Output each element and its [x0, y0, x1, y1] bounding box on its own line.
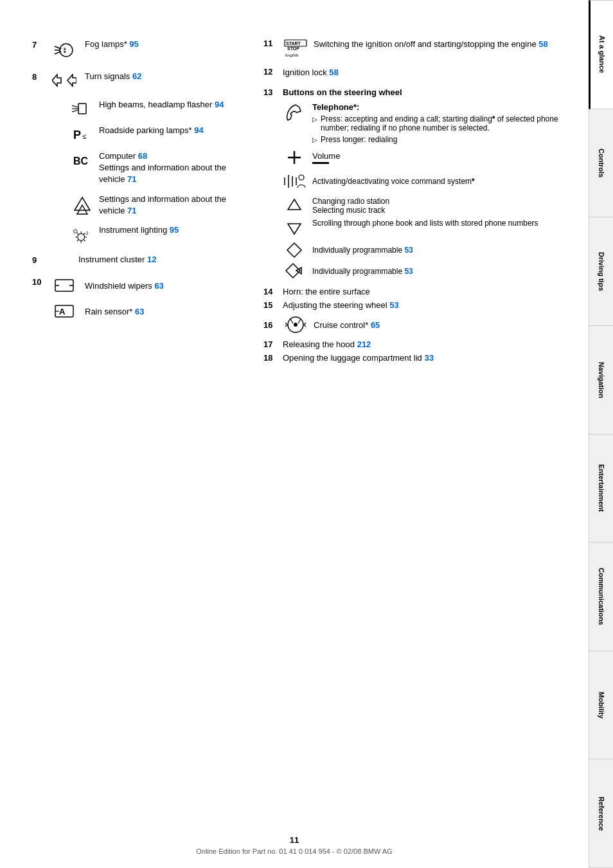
sidebar-tab-controls[interactable]: Controls: [589, 109, 613, 218]
diamond-arrow-icon: [283, 262, 306, 280]
item-14-num: 14: [263, 287, 278, 296]
left-column: 7 ‡ Fog lamps* 95 8: [32, 39, 251, 366]
item-13: 13 Buttons on the steering wheel Telepho…: [263, 87, 569, 280]
sidebar-tab-mobility[interactable]: Mobility: [589, 651, 613, 760]
item-13-label: Buttons on the steering wheel: [283, 87, 402, 97]
rain-sensor-text: Rain sensor* 63: [85, 307, 145, 316]
parking-lamp-icon: P ≤: [72, 125, 93, 143]
rain-sensor-icon: A: [50, 302, 78, 321]
phone-bullet-1: ▷ Press: accepting and ending a call; st…: [312, 114, 569, 132]
svg-marker-6: [67, 75, 76, 86]
svg-line-51: [298, 319, 301, 323]
item-9: 9 Instrument cluster 12: [32, 254, 251, 266]
item-13-num: 13: [263, 87, 278, 97]
item-8: 8 Turn signals 62: [32, 71, 251, 89]
item-rain-sensor: A Rain sensor* 63: [50, 302, 251, 321]
svg-text:A: A: [59, 307, 66, 316]
item-18-num: 18: [263, 353, 278, 363]
instrument-lighting-text: Instrument lighting 95: [99, 224, 251, 236]
sidebar-tab-navigation[interactable]: Navigation: [589, 326, 613, 435]
svg-point-16: [78, 233, 85, 240]
high-beam-icon: [72, 99, 93, 117]
sidebar-tab-driving-tips[interactable]: Driving tips: [589, 217, 613, 326]
item-14-text: Horn: the entire surface: [283, 287, 370, 296]
computer-text: Computer 68 Settings and information abo…: [99, 150, 251, 186]
svg-line-50: [290, 319, 293, 323]
svg-marker-14: [75, 197, 90, 210]
sidebar-tab-reference[interactable]: Reference: [589, 759, 613, 868]
item-16-text: Cruise control* 65: [314, 320, 380, 330]
start-stop-icon: START STOP EngINE: [283, 39, 308, 60]
telephone-title: Telephone*:: [312, 102, 569, 112]
sidebar-tab-communications[interactable]: Communications: [589, 543, 613, 651]
sidebar-tab-at-a-glance[interactable]: At a glance: [589, 0, 613, 109]
svg-text:STOP: STOP: [287, 46, 299, 51]
high-beams-text: High beams, headlamp flasher 94: [99, 99, 251, 111]
item-10: 10 Windshield wipers 63: [32, 276, 251, 321]
item-8-text: Turn signals 62: [85, 71, 251, 82]
item-14: 14 Horn: the entire surface: [263, 287, 569, 296]
svg-point-25: [74, 230, 77, 233]
triangle-icon: [72, 194, 93, 215]
bc-icon: BC: [72, 150, 93, 168]
phone-bullet-1-text: Press: accepting and ending a call; star…: [321, 114, 569, 132]
sidebar-tab-entertainment[interactable]: Entertainment: [589, 435, 613, 543]
page-footer: 11 Online Edition for Part no. 01 41 0 0…: [0, 835, 589, 855]
item-11-num: 11: [263, 39, 278, 48]
svg-text:BC: BC: [73, 156, 89, 167]
svg-marker-47: [286, 264, 300, 278]
phone-section: Telephone*: ▷ Press: accepting and endin…: [283, 102, 569, 144]
parking-lamps-text: Roadside parking lamps* 94: [99, 125, 251, 136]
svg-text:≤: ≤: [82, 132, 86, 140]
svg-line-24: [84, 233, 85, 234]
fog-lamp-icon: ‡: [50, 39, 78, 60]
item-18-text: Opening the luggage compartment lid 33: [283, 353, 434, 363]
item-13-header: 13 Buttons on the steering wheel: [263, 87, 569, 97]
instrument-lighting-icon: J: [72, 224, 93, 246]
item-15-text: Adjusting the steering wheel 53: [283, 300, 399, 310]
item-12-text: Ignition lock 58: [283, 67, 569, 78]
main-content: 7 ‡ Fog lamps* 95 8: [0, 0, 589, 868]
item-instrument-lighting: J Instrument lighting 95: [72, 224, 251, 246]
svg-line-23: [77, 240, 78, 241]
turn-signal-icon: [50, 71, 78, 89]
item-high-beams: High beams, headlamp flasher 94: [72, 99, 251, 117]
svg-text:EngINE: EngINE: [285, 53, 299, 57]
voice-command-text: Activating/deactivating voice command sy…: [312, 177, 569, 186]
right-column: 11 START STOP EngINE Switching the ignit…: [263, 39, 569, 366]
diamond-icon: [283, 242, 306, 258]
item-15: 15 Adjusting the steering wheel 53: [263, 300, 569, 310]
bullet-arrow-2: ▷: [312, 135, 317, 144]
minus-icon: [312, 162, 329, 164]
item-computer: BC Computer 68 Settings and information …: [72, 150, 251, 186]
item-17-num: 17: [263, 339, 278, 349]
voice-command-icon: [283, 171, 306, 192]
item-7: 7 ‡ Fog lamps* 95: [32, 39, 251, 60]
item-7-num: 7: [32, 39, 44, 50]
svg-marker-45: [288, 224, 301, 234]
volume-content: Volume: [312, 151, 340, 164]
item-9-text: Instrument cluster 12: [50, 254, 251, 266]
svg-point-52: [294, 323, 298, 327]
page-number: 11: [0, 835, 589, 845]
item-16-num: 16: [263, 320, 278, 330]
item-18: 18 Opening the luggage compartment lid 3…: [263, 353, 569, 363]
radio-down-text: Scrolling through phone book and lists w…: [312, 219, 569, 228]
item-parking-lamps: P ≤ Roadside parking lamps* 94: [72, 125, 251, 143]
copyright-text: Online Edition for Part no. 01 41 0 014 …: [196, 847, 392, 855]
phone-bullet-2-text: Press longer: redialing: [321, 135, 397, 144]
radio-up-text: Changing radio stationSelecting music tr…: [312, 197, 389, 215]
cruise-control-icon: [283, 315, 308, 334]
windshield-wipers-text: Windshield wipers 63: [85, 281, 164, 291]
diamond-1-text: Individually programmable 53: [312, 246, 413, 255]
item-10-num: 10: [32, 276, 44, 287]
svg-line-21: [77, 233, 78, 234]
item-8-num: 8: [32, 71, 44, 82]
triangle-settings-text: Settings and information about the vehic…: [99, 194, 251, 217]
svg-marker-15: [77, 205, 87, 214]
telephone-icon: [283, 102, 306, 125]
item-15-num: 15: [263, 300, 278, 310]
up-arrow-icon: [283, 197, 306, 215]
item-12-num: 12: [263, 67, 278, 77]
diamond-1-section: Individually programmable 53: [283, 242, 569, 258]
